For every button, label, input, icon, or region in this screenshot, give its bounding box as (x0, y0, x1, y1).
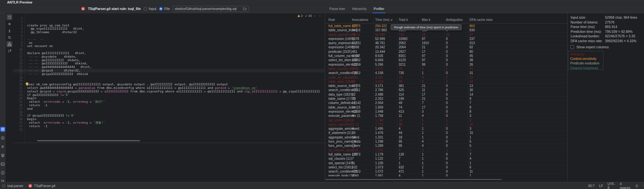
editor-horizontal-scrollbar[interactable] (37, 140, 140, 141)
column-header-invocations[interactable]: Invocations (352, 18, 368, 22)
profiler-row[interactable]: select_list (1581)6321.073632106 (325, 165, 567, 169)
line-number[interactable]: 28 (13, 111, 23, 114)
line-number[interactable]: 10 (13, 48, 23, 52)
column-header-total-k[interactable]: Total k (399, 18, 408, 22)
profiler-row[interactable]: query_specificat… (1…21.703389116 (325, 122, 567, 127)
profiler-row[interactable]: table_alias (1580)523.629888362 (325, 80, 567, 84)
profiler-row[interactable]: column_definition (1421)182.06449707 (325, 101, 567, 105)
profiler-row[interactable]: func_proc_name_data…241.29895405 (325, 139, 567, 144)
stop-icon[interactable] (6, 21, 12, 27)
search-icon[interactable] (6, 34, 12, 40)
profiler-row[interactable]: execute_body (1394)41.0614101 (325, 174, 567, 176)
scroll-to-source-icon[interactable] (6, 28, 12, 33)
line-number[interactable]: 32 (13, 125, 23, 128)
profiler-row[interactable]: select_list_elem (1592)6326.669612997038 (325, 58, 567, 62)
profiler-row[interactable]: data_type (1829)322.48811417014 (325, 92, 567, 97)
profiler-row[interactable]: search_condition (1517)4702.78652511030 (325, 88, 567, 92)
line-number[interactable]: 33 (13, 128, 23, 132)
line-number[interactable]: 29 (13, 114, 23, 118)
tab-parse-tree[interactable]: Parse tree (326, 5, 348, 13)
profiler-row[interactable]: expression (1495)197852.99910982970237 (325, 37, 567, 41)
profiler-row[interactable]: full_table_name (1773)1391.179139107 (325, 152, 567, 156)
next-problem-icon[interactable] (318, 14, 321, 17)
check-counter[interactable]: 23 (305, 14, 312, 17)
line-number[interactable]: 27 (13, 107, 23, 111)
current-file-name[interactable]: TSqlParser.g4 (34, 184, 56, 188)
profiler-row[interactable]: expression_elem (1589)4021.948413308 (325, 109, 567, 114)
column-header-ambiguities[interactable]: Ambiguities (446, 18, 463, 22)
encoding-indicator[interactable]: UTF-8 (608, 182, 615, 189)
line-number[interactable]: 11 (13, 52, 23, 55)
code-editor[interactable]: 1234567891011121314151617181920212223242… (13, 13, 325, 143)
caret-position[interactable]: 30:7 (588, 184, 594, 188)
profiler-table-header[interactable]: RuleInvocationsTime (ms) ∨Total kMax kAm… (325, 17, 567, 24)
line-number[interactable]: 19 (13, 79, 23, 83)
profiler-row[interactable]: execute_parameter (1…41.75811403 (325, 114, 567, 118)
profiler-row[interactable]: predicate (1525)46113.444292717080 (325, 50, 567, 54)
line-number[interactable]: 9 (13, 44, 23, 48)
antlr-preview-icon[interactable] (0, 127, 5, 132)
line-ending-indicator[interactable]: LF (599, 184, 603, 188)
line-number[interactable]: 4 (13, 27, 23, 31)
profiler-row[interactable]: aggregate_windowed…41.4954103 (325, 127, 567, 131)
line-number[interactable]: 30 (13, 118, 23, 121)
profiler-row[interactable]: expression_elem (1590)6115.266321199026 (325, 62, 567, 67)
column-header-dfa-cache-miss[interactable]: DFA cache miss (469, 18, 493, 22)
profiler-row[interactable]: table_sources (1568)74.571799176 (325, 67, 567, 71)
profiler-row[interactable]: sql_clauses (12)71.1227104 (325, 156, 567, 161)
line-number[interactable]: 1 (13, 17, 23, 20)
profiler-row[interactable]: expression (1498)199820.342206421082 (325, 45, 567, 49)
expert-columns-checkbox[interactable]: Show expert columns (570, 45, 609, 49)
line-number[interactable]: 17 (13, 72, 23, 76)
diagram-icon[interactable] (6, 41, 12, 47)
line-number[interactable]: 25 (13, 100, 23, 104)
column-header-time-ms-[interactable]: Time (ms) ∨ (375, 18, 393, 22)
profiler-row[interactable]: query_expression (1527)11748.76120621910… (325, 41, 567, 45)
line-number[interactable]: 20 (13, 83, 23, 86)
layers-icon[interactable] (0, 153, 5, 158)
project-name[interactable]: tsql-parser (7, 184, 24, 188)
table-horizontal-scrollbar[interactable] (325, 179, 502, 180)
column-header-max-k[interactable]: Max k (422, 18, 431, 22)
warning-counter[interactable]: 2 (297, 14, 303, 17)
profiler-row[interactable]: table_name (1777)332.2521992109 (325, 97, 567, 101)
profiler-row[interactable]: set_special (1485)11.1051101 (325, 161, 567, 165)
inspection-widget[interactable]: 2 23 (297, 14, 321, 17)
tab-profiler[interactable]: Profiler (370, 5, 388, 13)
line-number[interactable]: 14 (13, 62, 23, 65)
profiler-row[interactable]: table_source_item (15…1273.17138121013 (325, 84, 567, 88)
profiler-row[interactable]: func_proc_name_serv…241.28995405 (325, 144, 567, 148)
line-number[interactable]: 8 (13, 41, 23, 45)
editor-gutter[interactable]: 1234567891011121314151617181920212223242… (13, 17, 23, 131)
line-number[interactable]: 31 (13, 121, 23, 125)
folder-icon[interactable] (243, 7, 247, 11)
antlr-icon[interactable]: A (0, 144, 5, 149)
profiler-row[interactable]: search_condition (1519)7354.1587351031 (325, 71, 567, 75)
line-number[interactable]: 15 (13, 65, 23, 69)
run-icon[interactable] (0, 136, 5, 140)
line-number[interactable]: 26 (13, 104, 23, 107)
line-number[interactable]: 22 (13, 90, 23, 93)
line-number[interactable]: 7 (13, 38, 23, 41)
structure-icon[interactable] (6, 48, 12, 54)
profiler-row[interactable]: search_condition (1516)4711.0724711011 (325, 169, 567, 174)
line-number[interactable]: 6 (13, 34, 23, 38)
file-path-input[interactable]: ebelice/Github/tsql-parser/examples/big.… (173, 6, 249, 12)
profiler-row[interactable]: table_source_item (15…141.959741708 (325, 105, 567, 109)
refresh-icon[interactable] (6, 14, 12, 20)
line-number[interactable]: 13 (13, 59, 23, 62)
input-radio[interactable]: Input (144, 7, 156, 11)
editor-code[interactable]: create proc up_com_test @p_vipa111111111… (27, 17, 325, 143)
line-number[interactable]: 16 (13, 69, 23, 72)
terminal-icon[interactable] (0, 162, 5, 166)
line-number[interactable]: 18 (13, 76, 23, 80)
profiler-row[interactable]: if_statement (31)351.476441015 (325, 131, 567, 135)
problems-icon[interactable] (0, 170, 5, 175)
line-number[interactable]: 5 (13, 31, 23, 34)
line-number[interactable]: 23 (13, 93, 23, 97)
indent-indicator[interactable]: 4 spaces (620, 182, 630, 189)
tab-hierarchy[interactable]: Hierarchy (348, 5, 370, 13)
intention-bulb-icon[interactable] (26, 82, 28, 85)
profiler-row[interactable]: as_column_alias (16…21.2328318 (325, 148, 567, 152)
line-number[interactable]: 21 (13, 86, 23, 90)
